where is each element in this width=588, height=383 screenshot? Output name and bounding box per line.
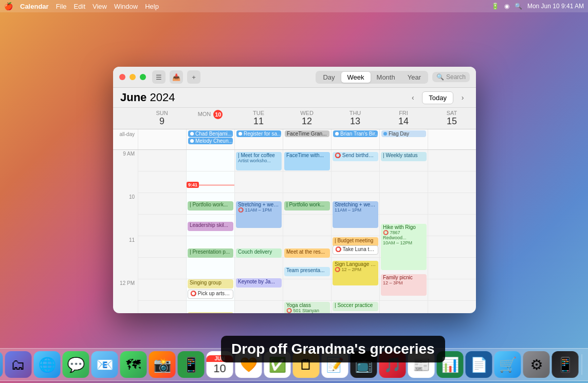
event-stretching-tue[interactable]: Stretching + weights ⭕ 11AM – 1PM bbox=[236, 201, 282, 228]
dock-appstore[interactable]: 🛒 bbox=[494, 351, 521, 378]
time-11am: 11 bbox=[113, 236, 138, 258]
event-portfolio-wed[interactable]: | Portfolio work... bbox=[284, 201, 330, 210]
next-button[interactable]: › bbox=[456, 91, 469, 104]
battery-icon: 🔋 bbox=[491, 3, 499, 10]
time-1130 bbox=[113, 258, 138, 279]
allday-event-facetime[interactable]: FaceTime Gran... bbox=[285, 130, 329, 137]
window-titlebar: ☰ 📥 + Day Week Month Year 🔍 Search bbox=[113, 67, 476, 87]
menu-window[interactable]: Window bbox=[114, 3, 138, 10]
time-930 bbox=[113, 171, 138, 193]
allday-thu: Brian Tran's Bir... bbox=[331, 129, 379, 149]
dock-separator bbox=[582, 354, 582, 375]
dock-launchpad[interactable]: 🗂 bbox=[5, 351, 32, 378]
time-1030 bbox=[113, 215, 138, 236]
allday-event-flagday[interactable]: Flag Day bbox=[381, 130, 426, 137]
apple-menu[interactable]: 🍎 bbox=[4, 2, 13, 10]
allday-sat bbox=[428, 129, 476, 149]
tab-month[interactable]: Month bbox=[371, 72, 401, 83]
allday-event-melody[interactable]: Melody Cheun... bbox=[188, 138, 233, 144]
inbox-button[interactable]: 📥 bbox=[170, 70, 183, 84]
nav-buttons: ‹ Today › bbox=[407, 91, 469, 104]
dock-mail[interactable]: 📧 bbox=[91, 351, 118, 378]
time-grid: 9 AM 10 11 12 PM 1 2 3 4 5 6 7 8 bbox=[113, 150, 476, 313]
allday-label: all-day bbox=[113, 129, 138, 149]
dock-iphone-mirroring[interactable]: 📱 bbox=[552, 351, 579, 378]
today-button[interactable]: Today bbox=[422, 91, 453, 104]
prev-button[interactable]: ‹ bbox=[407, 91, 419, 104]
dock-systemprefs[interactable]: ⚙ bbox=[523, 351, 550, 378]
event-presentation-mon[interactable]: | Presentation p... bbox=[188, 248, 233, 258]
day-header-sun: Sun 9 bbox=[138, 108, 186, 129]
time-10am: 10 bbox=[113, 193, 138, 215]
day-headers: Sun 9 Mon 10 Tue 11 Wed 12 Thu 13 Fri 14… bbox=[113, 108, 476, 129]
event-portfolio-mon[interactable]: | Portfolio work... bbox=[188, 201, 233, 210]
event-soccer-thu[interactable]: | Soccer practice bbox=[333, 302, 378, 311]
tab-year[interactable]: Year bbox=[401, 72, 427, 83]
window-chrome: ☰ 📥 + Day Week Month Year 🔍 Search bbox=[113, 67, 476, 88]
maximize-button[interactable] bbox=[140, 74, 146, 80]
event-singing-mon[interactable]: Singing group bbox=[188, 279, 233, 289]
event-signlang-thu[interactable]: Sign Language Club ⭕ 12 – 2PM bbox=[333, 261, 378, 285]
event-badge: 10 bbox=[213, 110, 223, 119]
event-sendbirthday-thu[interactable]: ⭕ Send birthday... bbox=[333, 152, 378, 161]
dock-trash[interactable]: 🗑 bbox=[585, 351, 589, 378]
allday-tue: Register for sa... bbox=[234, 129, 283, 149]
event-tooltip: Drop off Grandma's groceries bbox=[221, 336, 445, 362]
event-couch-tue[interactable]: Couch delivery bbox=[236, 248, 282, 258]
time-9am: 9 AM bbox=[113, 150, 138, 171]
dock-photos[interactable]: 📸 bbox=[149, 351, 176, 378]
day-col-fri: | Weekly status Hike with Rigo ⭕ 7867 Re… bbox=[379, 150, 428, 313]
event-pickup-mon[interactable]: ⭕ Pick up arts &... bbox=[188, 290, 233, 299]
dock-pages[interactable]: 📄 bbox=[466, 351, 492, 378]
day-col-sat bbox=[428, 150, 476, 313]
time-labels: 9 AM 10 11 12 PM 1 2 3 4 5 6 7 8 bbox=[113, 150, 138, 313]
event-meetres-wed[interactable]: Meet at the res... bbox=[284, 248, 330, 258]
event-keynote-tue[interactable]: Keynote by Ja... bbox=[236, 278, 282, 288]
event-yoga-wed[interactable]: Yoga class ⭕ 501 Stanyan St,... ⭕ 4 – 5:… bbox=[284, 302, 330, 313]
dock-finder[interactable]: 😊 bbox=[0, 351, 3, 378]
time-header-spacer bbox=[113, 108, 138, 129]
year-label: 2024 bbox=[150, 91, 175, 104]
day-col-sun bbox=[138, 150, 186, 313]
allday-event-chad[interactable]: Chad Benjami... bbox=[188, 130, 233, 137]
allday-wed: FaceTime Gran... bbox=[283, 129, 331, 149]
calendar-nav: June 2024 ‹ Today › bbox=[113, 88, 476, 108]
menu-help[interactable]: Help bbox=[145, 3, 159, 10]
allday-event-brian[interactable]: Brian Tran's Bir... bbox=[333, 130, 378, 137]
close-button[interactable] bbox=[119, 74, 125, 80]
app-name[interactable]: Calendar bbox=[20, 3, 49, 10]
allday-event-register[interactable]: Register for sa... bbox=[236, 130, 281, 137]
menu-view[interactable]: View bbox=[93, 3, 107, 10]
dock-messages[interactable]: 💬 bbox=[63, 351, 89, 378]
event-familypicnic-fri[interactable]: Family picnic 12 – 3PM bbox=[381, 274, 427, 296]
menu-edit[interactable]: Edit bbox=[74, 3, 85, 10]
event-facetime-wed[interactable]: FaceTime with... bbox=[284, 152, 330, 170]
menubar: 🍎 Calendar File Edit View Window Help 🔋 … bbox=[0, 0, 588, 12]
view-tabs: Day Week Month Year bbox=[316, 71, 428, 84]
dock-safari[interactable]: 🌐 bbox=[34, 351, 61, 378]
dock-maps[interactable]: 🗺 bbox=[120, 351, 147, 378]
event-teampres-wed[interactable]: Team presenta... bbox=[284, 267, 330, 276]
event-project-mon[interactable]: Project presentations ⭕ 6 – 7PM bbox=[188, 312, 233, 313]
add-event-button[interactable]: + bbox=[187, 70, 200, 84]
event-hike-fri[interactable]: Hike with Rigo ⭕ 7867 Redwood... 10AM – … bbox=[381, 224, 427, 270]
sidebar-toggle-button[interactable]: ☰ bbox=[152, 70, 166, 84]
time-12pm: 12 PM bbox=[113, 279, 138, 301]
day-col-thu: ⭕ Send birthday... Stretching + weights … bbox=[331, 150, 379, 313]
day-header-wed: Wed 12 bbox=[283, 108, 331, 129]
search-box[interactable]: 🔍 Search bbox=[432, 72, 470, 82]
menu-file[interactable]: File bbox=[56, 3, 67, 10]
day-header-mon: Mon 10 bbox=[186, 108, 234, 129]
search-icon[interactable]: 🔍 bbox=[514, 3, 522, 10]
day-col-tue: | Meet for coffee Artist worksho... Stre… bbox=[234, 150, 283, 313]
dock-facetime[interactable]: 📱 bbox=[178, 351, 205, 378]
tab-day[interactable]: Day bbox=[317, 72, 341, 83]
tab-week[interactable]: Week bbox=[341, 72, 371, 83]
event-takeluna-thu[interactable]: ⭕ Take Luna to th... bbox=[333, 245, 378, 255]
event-weeklystatus-fri[interactable]: | Weekly status bbox=[381, 152, 427, 161]
event-coffee-tue[interactable]: | Meet for coffee Artist worksho... bbox=[236, 152, 282, 170]
day-header-sat: Sat 15 bbox=[428, 108, 476, 129]
event-leadership-mon[interactable]: Leadership skil... bbox=[188, 222, 233, 231]
event-stretching-thu[interactable]: Stretching + weights 11AM – 1PM bbox=[333, 201, 378, 228]
minimize-button[interactable] bbox=[130, 74, 136, 80]
